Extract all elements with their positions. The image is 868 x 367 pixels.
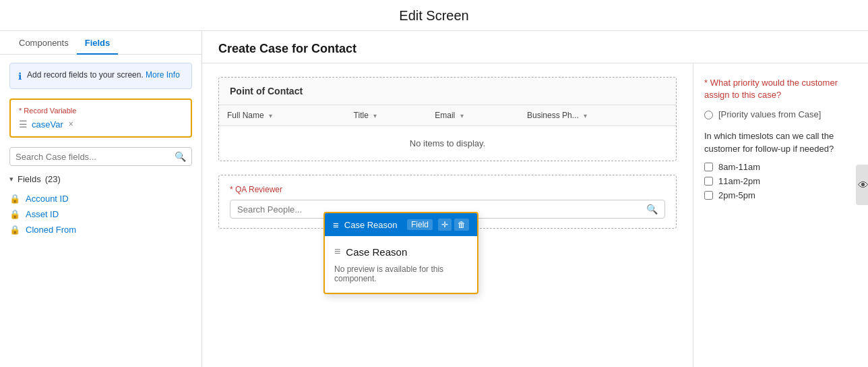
field-icon: 🔒: [9, 209, 20, 219]
field-icon: 🔒: [9, 225, 20, 235]
search-box: 🔍: [9, 147, 192, 166]
more-info-link[interactable]: More Info: [146, 70, 180, 80]
side-toggle-icon[interactable]: 👁: [856, 165, 868, 205]
search-input[interactable]: [16, 152, 175, 162]
card-body-preview: No preview is available for this compone…: [334, 264, 468, 283]
floating-card: ≡ Case Reason Field ✛ 🗑 ≡ Case Reaso: [323, 212, 478, 294]
body-area: Components Fields ℹ Add record fields to…: [0, 31, 868, 367]
col-business-phone[interactable]: Business Ph... ▾: [519, 105, 676, 126]
canvas-title: Create Case for Contact: [218, 42, 356, 55]
table-title: Point of Contact: [219, 78, 676, 105]
card-header-title: Case Reason: [344, 220, 402, 230]
no-items-text: No items to display.: [219, 126, 676, 161]
card-actions: ✛ 🗑: [438, 219, 469, 231]
search-icon: 🔍: [175, 151, 186, 162]
table-section: Point of Contact Full Name ▾ Title: [218, 77, 677, 161]
right-panel: * What priority would the customer assig…: [693, 63, 868, 367]
tab-bar: Components Fields: [0, 31, 202, 55]
sort-icon: ▾: [269, 112, 272, 119]
field-item-asset-id[interactable]: 🔒 Asset ID: [9, 206, 192, 222]
timeslot-2pm: 2pm-5pm: [704, 190, 857, 200]
card-delete-button[interactable]: 🗑: [454, 219, 469, 231]
app-container: Edit Screen Components Fields ℹ Add reco…: [0, 0, 868, 367]
field-item-account-id[interactable]: 🔒 Account ID: [9, 191, 192, 206]
main-area: Create Case for Contact Point of Contact…: [202, 31, 868, 367]
sort-icon: ▾: [373, 112, 377, 119]
qa-label: * QA Reviewer: [230, 185, 665, 194]
info-icon: ℹ: [18, 71, 22, 82]
canvas-left: Point of Contact Full Name ▾ Title: [202, 63, 693, 367]
chevron-down-icon: ▾: [9, 175, 13, 184]
fields-count: (23): [45, 174, 61, 184]
timeslots-question: In which timeslots can we call the custo…: [704, 130, 857, 154]
page-header: Edit Screen: [0, 0, 868, 31]
sort-icon: ▾: [584, 112, 587, 119]
floating-card-body: ≡ Case Reason No preview is available fo…: [325, 236, 477, 293]
record-variable-section: * Record Variable ☰ caseVar ×: [9, 98, 192, 138]
data-table: Full Name ▾ Title ▾ Email: [219, 105, 676, 161]
card-body-icon: ≡: [334, 246, 340, 258]
card-move-button[interactable]: ✛: [438, 219, 452, 231]
priority-radio-option: [Priority values from Case]: [704, 109, 857, 119]
col-email[interactable]: Email ▾: [427, 105, 519, 126]
card-body-title: ≡ Case Reason: [334, 246, 468, 258]
record-variable-label: * Record Variable: [19, 107, 183, 115]
canvas-header: Create Case for Contact: [202, 31, 868, 63]
priority-radio[interactable]: [704, 111, 713, 119]
sort-icon: ▾: [460, 112, 464, 119]
page-title: Edit Screen: [399, 8, 468, 23]
timeslot-8am: 8am-11am: [704, 162, 857, 172]
timeslot-11am-checkbox[interactable]: [704, 177, 713, 186]
card-type-badge: Field: [407, 219, 433, 230]
remove-record-variable-button[interactable]: ×: [69, 119, 73, 129]
fields-label: Fields: [18, 174, 41, 184]
canvas-body: Point of Contact Full Name ▾ Title: [202, 63, 868, 367]
panel-scroll: ℹ Add record fields to your screen. More…: [0, 55, 202, 367]
col-title[interactable]: Title ▾: [346, 105, 427, 126]
info-box: ℹ Add record fields to your screen. More…: [9, 63, 192, 89]
field-icon: 🔒: [9, 194, 20, 204]
field-item-cloned-from[interactable]: 🔒 Cloned From: [9, 222, 192, 237]
card-header-icon: ≡: [333, 219, 339, 231]
left-panel: Components Fields ℹ Add record fields to…: [0, 31, 202, 367]
search-people-icon: 🔍: [646, 204, 658, 215]
floating-card-header: ≡ Case Reason Field ✛ 🗑: [325, 213, 477, 236]
tab-components[interactable]: Components: [11, 31, 77, 55]
record-var-icon: ☰: [19, 119, 28, 130]
required-star: *: [704, 78, 710, 88]
tab-fields[interactable]: Fields: [77, 31, 119, 55]
timeslot-8am-checkbox[interactable]: [704, 163, 713, 171]
info-text: Add record fields to your screen. More I…: [27, 70, 183, 82]
col-full-name[interactable]: Full Name ▾: [219, 105, 346, 126]
record-variable-value: ☰ caseVar ×: [19, 119, 183, 130]
priority-question: * What priority would the customer assig…: [704, 77, 857, 101]
timeslot-2pm-checkbox[interactable]: [704, 191, 713, 200]
fields-header[interactable]: ▾ Fields (23): [9, 174, 192, 184]
timeslot-11am: 11am-2pm: [704, 176, 857, 186]
